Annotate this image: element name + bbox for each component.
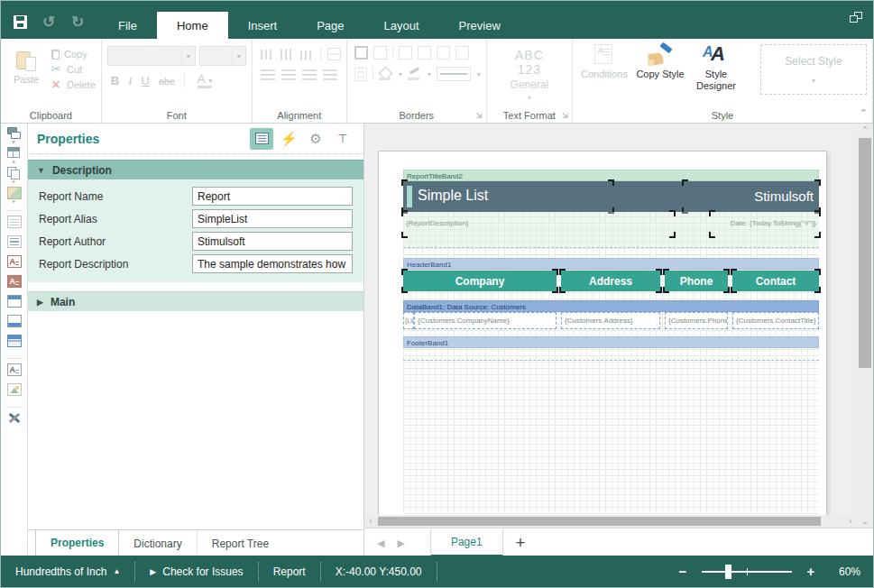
report-name-input[interactable]: [192, 187, 353, 206]
report-scope-button[interactable]: Report: [259, 562, 321, 582]
rich-text-tool-icon[interactable]: [5, 255, 24, 273]
panel-bottom-tool-icon[interactable]: [5, 315, 24, 333]
data-band-label[interactable]: DataBand1; Data Source: Customers: [403, 300, 819, 312]
horizontal-scroll-thumb[interactable]: [378, 517, 821, 526]
data-cell-address[interactable]: {Customers.Address}: [561, 312, 660, 329]
zoom-slider[interactable]: [702, 565, 792, 579]
border-bottom-icon[interactable]: [418, 46, 431, 60]
page-tab-next-icon[interactable]: ▶: [397, 537, 404, 549]
scroll-right-icon[interactable]: ›: [844, 515, 857, 528]
restore-window-icon[interactable]: [850, 12, 862, 23]
border-top-icon[interactable]: [399, 46, 412, 60]
html-text-tool-icon[interactable]: [5, 275, 24, 293]
tab-dictionary[interactable]: Dictionary: [119, 530, 197, 557]
align-justify-icon[interactable]: [323, 69, 337, 80]
report-title-band-label[interactable]: ReportTitleBand2: [403, 170, 819, 181]
tab-insert[interactable]: Insert: [228, 12, 298, 39]
align-left-icon[interactable]: [261, 69, 275, 80]
font-family-select[interactable]: ▾: [107, 46, 196, 66]
zoom-out-button[interactable]: −: [676, 564, 689, 579]
tab-home[interactable]: Home: [157, 12, 228, 39]
delete-button[interactable]: ✕ Delete: [50, 78, 96, 90]
vertical-scrollbar[interactable]: ⌃ ⌄: [857, 124, 873, 528]
border-left-icon[interactable]: [437, 46, 450, 60]
data-cell-company-name[interactable]: {Customers.CompanyName}: [414, 312, 557, 329]
copy-button[interactable]: Copy: [50, 49, 96, 60]
vertical-scroll-thumb[interactable]: [859, 138, 871, 368]
border-color-icon[interactable]: [408, 68, 421, 80]
tab-preview[interactable]: Preview: [439, 12, 520, 39]
report-title-band[interactable]: Simple List Stimulsoft: [403, 181, 819, 212]
add-page-button[interactable]: +: [503, 528, 538, 557]
cut-button[interactable]: ✂ Cut: [50, 63, 96, 75]
select-style-dropdown[interactable]: Select Style ▾: [760, 44, 867, 95]
underline-button[interactable]: U: [142, 74, 150, 87]
scroll-left-icon[interactable]: ‹: [364, 515, 377, 528]
tab-file[interactable]: File: [98, 12, 157, 39]
undo-icon[interactable]: ↺: [41, 14, 57, 30]
border-style-select[interactable]: [437, 67, 471, 81]
text-angle-icon[interactable]: [327, 48, 341, 60]
header-cell-address[interactable]: Address: [561, 271, 660, 291]
header-band-label[interactable]: HeaderBand1: [403, 258, 819, 270]
header-cell-phone[interactable]: Phone: [665, 271, 728, 291]
font-size-select[interactable]: ▾: [199, 46, 246, 66]
page1-tab[interactable]: Page1: [430, 528, 503, 557]
scroll-down-icon[interactable]: ⌄: [857, 515, 873, 528]
header-cell-company[interactable]: Company: [403, 271, 557, 291]
align-right-icon[interactable]: [302, 69, 317, 80]
section-main[interactable]: ▶ Main: [28, 291, 363, 311]
text-format-button[interactable]: ABC123 General ▾: [492, 46, 566, 102]
tab-layout[interactable]: Layout: [364, 12, 439, 39]
footer-band-label[interactable]: FooterBand1: [403, 336, 819, 348]
image-tool-icon[interactable]: [5, 383, 24, 401]
data-cell-phone[interactable]: {Customers.Phone}: [665, 312, 728, 329]
collapse-ribbon-icon[interactable]: ⌃: [860, 107, 868, 119]
border-right-icon[interactable]: [455, 46, 469, 60]
cross-band-tool-icon[interactable]: ▸: [5, 167, 24, 185]
align-middle-icon[interactable]: [281, 49, 294, 60]
infographic-tool-icon[interactable]: ▸: [5, 187, 24, 205]
pin-panel-icon[interactable]: ⊤: [331, 128, 354, 150]
border-none-icon[interactable]: [373, 46, 387, 60]
text-component-tool-icon[interactable]: [5, 363, 24, 381]
scroll-up-icon[interactable]: ⌃: [857, 124, 873, 136]
copy-style-button[interactable]: Copy Style: [634, 44, 686, 80]
border-all-icon[interactable]: [354, 46, 368, 60]
font-color-button[interactable]: A ▾: [198, 73, 213, 88]
services-tool-icon[interactable]: [5, 412, 24, 430]
text-format-dialog-launcher-icon[interactable]: ⇲: [561, 111, 568, 120]
paste-button[interactable]: Paste: [6, 46, 46, 108]
page-tab-prev-icon[interactable]: ◀: [377, 537, 384, 549]
data-cell-line[interactable]: {Line}: [403, 312, 414, 329]
brand-text-component[interactable]: Stimulsoft: [684, 181, 819, 212]
zoom-slider-thumb[interactable]: [725, 565, 731, 579]
bold-button[interactable]: B: [111, 74, 119, 87]
fill-color-icon[interactable]: [379, 68, 392, 80]
design-canvas[interactable]: ReportTitleBand2 Simple List Stimulsoft: [364, 124, 873, 557]
title-text-component[interactable]: Simple List: [403, 181, 612, 212]
text-tool-icon[interactable]: [5, 216, 24, 234]
tab-report-tree[interactable]: Report Tree: [198, 530, 283, 557]
save-icon[interactable]: [12, 14, 28, 30]
report-author-input[interactable]: [192, 232, 353, 251]
report-description-component[interactable]: {ReportDescription}: [403, 212, 674, 236]
tab-page[interactable]: Page: [297, 12, 363, 39]
check-for-issues-button[interactable]: ▶Check for Issues: [135, 562, 258, 582]
tab-properties[interactable]: Properties: [35, 530, 119, 557]
horizontal-scrollbar[interactable]: ‹ ›: [364, 515, 857, 528]
redo-icon[interactable]: ↻: [69, 14, 86, 30]
italic-button[interactable]: I: [128, 74, 132, 88]
report-alias-input[interactable]: [192, 209, 353, 228]
properties-view-icon[interactable]: [250, 128, 273, 150]
align-top-icon[interactable]: [261, 50, 274, 60]
settings-gear-icon[interactable]: ⚙: [304, 128, 327, 150]
border-inside-icon[interactable]: [354, 68, 367, 81]
bands-tool-icon[interactable]: ▸: [5, 127, 24, 145]
align-bottom-icon[interactable]: [300, 51, 314, 60]
borders-dialog-launcher-icon[interactable]: ⇲: [475, 111, 483, 120]
style-designer-button[interactable]: AA Style Designer: [690, 44, 742, 92]
data-cell-contact-title[interactable]: {Customers.ContactTitle}: [732, 312, 819, 329]
header-cell-contact[interactable]: Contact: [732, 271, 819, 291]
strikethrough-button[interactable]: abc: [159, 76, 175, 87]
